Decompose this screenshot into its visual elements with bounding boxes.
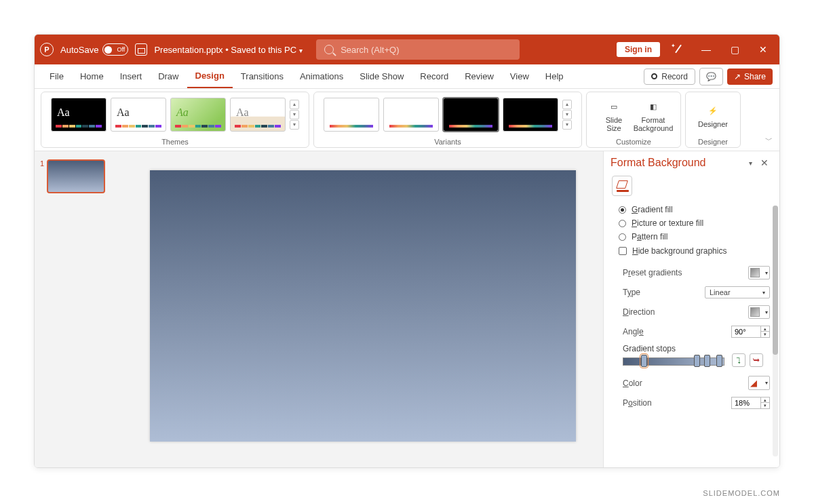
type-dropdown[interactable]: Linear▾ [705, 286, 770, 298]
gradient-stops-label: Gradient stops [623, 344, 676, 353]
slide-number: 1 [40, 159, 44, 193]
direction-dropdown[interactable]: ▾ [748, 305, 770, 319]
autosave[interactable]: AutoSave Off [60, 43, 128, 56]
variant-thumb[interactable] [503, 98, 558, 132]
variant-thumb[interactable] [443, 98, 499, 132]
fill-tab-button[interactable] [612, 176, 632, 196]
variants-scroll[interactable]: ▴▾▾ [562, 100, 572, 130]
gradient-stops-track[interactable] [623, 356, 724, 367]
pane-title: Format Background [610, 157, 745, 169]
hide-bg-graphics-check[interactable]: Hide background graphics [613, 244, 770, 263]
position-spinner[interactable]: ▴▾ [731, 397, 770, 409]
fill-color-icon: ◢ [750, 378, 757, 388]
variants-label: Variants [434, 136, 461, 147]
minimize-button[interactable]: — [695, 39, 717, 60]
autosave-label: AutoSave [60, 45, 98, 55]
designer-button[interactable]: ⚡Designer [695, 101, 731, 128]
menu-help[interactable]: Help [537, 64, 572, 88]
pane-scrollbar[interactable] [773, 206, 778, 457]
color-row: Color ◢▾ [613, 372, 770, 393]
close-pane-button[interactable]: ✕ [756, 157, 773, 168]
pane-options-icon[interactable]: ▾ [745, 159, 756, 167]
watermark: SLIDEMODEL.COM [703, 489, 780, 497]
theme-thumb[interactable]: Aa [170, 98, 226, 132]
customize-group: ▭Slide Size ◧Format Background Customize [586, 92, 681, 148]
themes-scroll[interactable]: ▴▾▾ [290, 100, 299, 130]
pencil-sparkle-icon[interactable] [667, 39, 689, 60]
slide-size-icon: ▭ [605, 100, 623, 115]
menu-record[interactable]: Record [412, 64, 457, 88]
gradient-stop[interactable] [694, 355, 700, 367]
menu-animations[interactable]: Animations [292, 64, 351, 88]
menu-file[interactable]: File [41, 64, 72, 88]
designer-icon: ⚡ [704, 104, 722, 119]
search-placeholder: Search (Alt+Q) [341, 45, 399, 55]
slide-thumbnail[interactable] [47, 159, 105, 193]
designer-group: ⚡Designer Designer [685, 92, 741, 148]
collapse-ribbon-icon[interactable]: ﹀ [765, 135, 773, 145]
share-button[interactable]: ↗Share [727, 69, 773, 85]
record-button[interactable]: Record [644, 69, 695, 85]
chevron-down-icon: ▾ [299, 47, 303, 54]
angle-spinner[interactable]: ▴▾ [731, 326, 770, 338]
theme-thumb[interactable]: Aa [111, 98, 166, 132]
color-dropdown[interactable]: ◢▾ [748, 376, 770, 390]
comments-button[interactable]: 💬 [699, 68, 723, 85]
type-row: Type Linear▾ [613, 283, 770, 302]
share-icon: ↗ [734, 72, 741, 81]
close-button[interactable]: ✕ [752, 39, 774, 60]
variant-thumb[interactable] [324, 98, 379, 132]
direction-row: Direction ▾ [613, 302, 770, 322]
gradient-fill-radio[interactable]: Gradient fill [613, 203, 770, 216]
search-icon [324, 45, 334, 54]
record-dot-icon [651, 73, 657, 79]
slide-thumbnails: 1 [35, 151, 123, 467]
add-stop-button[interactable]: ⮧ [732, 353, 745, 367]
paint-bucket-icon [617, 180, 628, 192]
signin-button[interactable]: Sign in [617, 42, 660, 57]
menu-slideshow[interactable]: Slide Show [351, 64, 412, 88]
menu-home[interactable]: Home [72, 64, 112, 88]
save-icon[interactable] [135, 43, 147, 56]
themes-label: Themes [161, 136, 189, 147]
pattern-fill-radio[interactable]: Pattern fill [613, 230, 770, 244]
menu-insert[interactable]: Insert [112, 64, 151, 88]
remove-stop-button[interactable]: ⮩ [750, 353, 763, 367]
variant-thumb[interactable] [383, 98, 439, 132]
search-box[interactable]: Search (Alt+Q) [316, 39, 520, 60]
slide-canvas[interactable] [150, 170, 576, 442]
menu-view[interactable]: View [502, 64, 537, 88]
themes-group: Aa Aa Aa Aa ▴▾▾ Themes [41, 92, 309, 148]
titlebar: P AutoSave Off Presentation.pptx • Saved… [35, 35, 779, 64]
gradient-stop[interactable] [704, 355, 710, 367]
customize-label: Customize [616, 136, 651, 147]
gradient-stop[interactable] [716, 355, 722, 367]
main-area: 1 Format Background ▾ ✕ Gradient fill Pi… [35, 151, 779, 467]
position-row: Position ▴▾ [613, 393, 770, 412]
theme-thumb[interactable]: Aa [51, 98, 106, 132]
gradient-stop[interactable] [641, 355, 647, 367]
theme-thumb[interactable]: Aa [230, 98, 286, 132]
menu-review[interactable]: Review [457, 64, 502, 88]
designer-label: Designer [698, 136, 728, 147]
document-title[interactable]: Presentation.pptx • Saved to this PC▾ [154, 45, 303, 55]
slide-canvas-area[interactable] [123, 151, 603, 467]
maximize-button[interactable]: ▢ [724, 39, 745, 60]
preset-gradients-dropdown[interactable]: ▾ [748, 266, 770, 279]
variants-group: ▴▾▾ Variants [313, 92, 582, 148]
angle-row: Angle ▴▾ [613, 322, 770, 341]
format-background-pane: Format Background ▾ ✕ Gradient fill Pict… [603, 151, 779, 467]
ribbon: Aa Aa Aa Aa ▴▾▾ Themes ▴▾▾ Variants ▭Sli… [35, 89, 779, 151]
app-window: P AutoSave Off Presentation.pptx • Saved… [34, 34, 780, 468]
autosave-toggle[interactable]: Off [102, 43, 128, 56]
app-icon: P [40, 43, 54, 56]
slide-size-button[interactable]: ▭Slide Size [596, 97, 632, 132]
format-background-icon: ◧ [644, 100, 662, 115]
menu-transitions[interactable]: Transitions [233, 64, 292, 88]
menu-draw[interactable]: Draw [150, 64, 187, 88]
menubar: File Home Insert Draw Design Transitions… [35, 64, 779, 89]
picture-fill-radio[interactable]: Picture or texture fill [613, 216, 770, 230]
preset-gradients-row: Preset gradients ▾ [613, 263, 770, 283]
menu-design[interactable]: Design [187, 64, 233, 88]
format-background-button[interactable]: ◧Format Background [636, 97, 671, 132]
